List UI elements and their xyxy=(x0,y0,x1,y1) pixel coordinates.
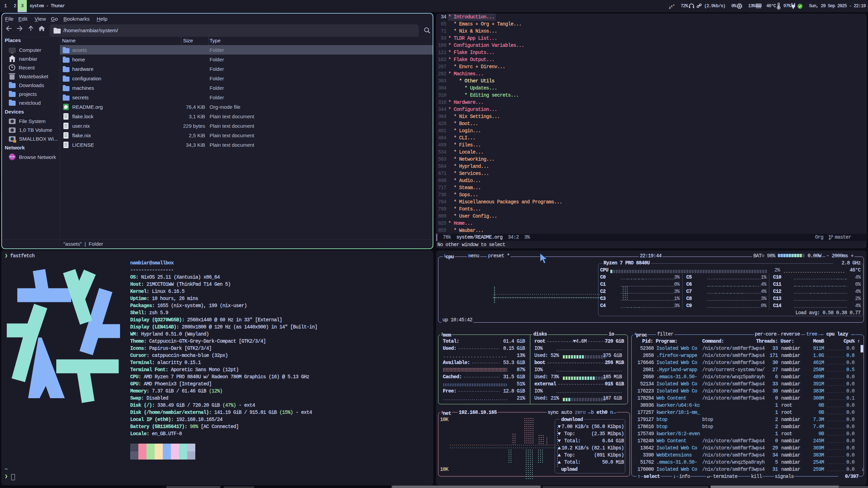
svg-text:z: z xyxy=(671,4,673,8)
svg-text:z: z xyxy=(673,3,674,6)
